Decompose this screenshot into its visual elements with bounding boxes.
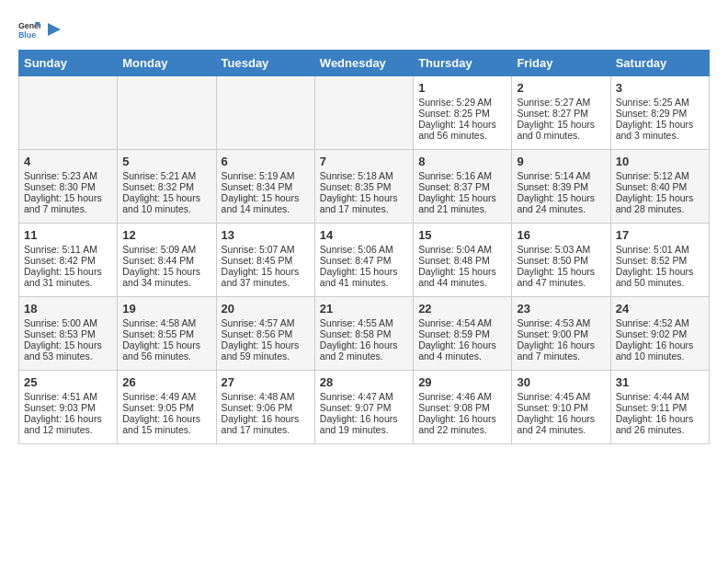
day-info: Daylight: 16 hours and 15 minutes.	[122, 413, 210, 435]
day-info: Sunset: 8:30 PM	[24, 181, 112, 192]
header-day-saturday: Saturday	[610, 51, 709, 76]
day-info: Sunrise: 5:29 AM	[418, 97, 506, 108]
day-number: 7	[320, 155, 408, 168]
day-number: 24	[616, 302, 704, 316]
day-number: 23	[517, 302, 605, 316]
day-number: 3	[616, 81, 704, 95]
svg-marker-3	[48, 23, 61, 36]
day-info: Sunset: 8:47 PM	[320, 255, 408, 266]
calendar-cell: 10Sunrise: 5:12 AMSunset: 8:40 PMDayligh…	[610, 150, 709, 224]
day-number: 11	[24, 228, 112, 242]
day-info: Daylight: 15 hours and 0 minutes.	[517, 119, 605, 141]
day-number: 8	[418, 155, 506, 168]
day-info: Daylight: 15 hours and 21 minutes.	[418, 192, 506, 214]
header-day-monday: Monday	[118, 51, 216, 76]
day-info: Sunrise: 5:16 AM	[418, 170, 506, 181]
day-info: Sunrise: 4:46 AM	[418, 391, 506, 402]
day-info: Daylight: 15 hours and 37 minutes.	[222, 266, 310, 288]
day-info: Sunset: 8:35 PM	[320, 181, 408, 192]
day-info: Daylight: 16 hours and 19 minutes.	[320, 413, 408, 435]
calendar-cell: 25Sunrise: 4:51 AMSunset: 9:03 PMDayligh…	[19, 371, 118, 444]
day-number: 4	[24, 155, 112, 168]
day-info: Sunrise: 4:44 AM	[616, 391, 704, 402]
day-number: 18	[24, 302, 112, 316]
day-number: 19	[122, 302, 210, 316]
day-info: Sunset: 8:29 PM	[616, 108, 704, 119]
day-info: Sunset: 8:27 PM	[517, 108, 605, 119]
day-info: Sunset: 8:40 PM	[616, 181, 704, 192]
day-info: Sunset: 9:11 PM	[616, 402, 704, 413]
calendar-cell: 24Sunrise: 4:52 AMSunset: 9:02 PMDayligh…	[610, 297, 709, 371]
header-day-thursday: Thursday	[414, 51, 512, 76]
day-info: Sunset: 8:45 PM	[222, 255, 310, 266]
day-number: 5	[122, 155, 210, 168]
day-info: Sunset: 8:53 PM	[24, 328, 112, 339]
day-info: Daylight: 16 hours and 17 minutes.	[222, 413, 310, 435]
day-info: Sunrise: 4:51 AM	[24, 391, 112, 402]
calendar-cell: 1Sunrise: 5:29 AMSunset: 8:25 PMDaylight…	[414, 76, 512, 150]
day-info: Daylight: 16 hours and 26 minutes.	[616, 413, 704, 435]
logo-triangle-icon	[44, 21, 61, 38]
day-info: Sunrise: 5:23 AM	[24, 170, 112, 181]
calendar-cell	[19, 76, 118, 150]
day-number: 2	[517, 81, 605, 95]
calendar-cell: 5Sunrise: 5:21 AMSunset: 8:32 PMDaylight…	[118, 150, 216, 224]
day-info: Sunset: 8:59 PM	[418, 328, 506, 339]
day-info: Daylight: 15 hours and 28 minutes.	[616, 192, 704, 214]
day-number: 13	[222, 228, 310, 242]
day-info: Sunrise: 5:27 AM	[517, 97, 605, 108]
calendar-cell: 17Sunrise: 5:01 AMSunset: 8:52 PMDayligh…	[610, 224, 709, 297]
calendar-cell: 6Sunrise: 5:19 AMSunset: 8:34 PMDaylight…	[216, 150, 314, 224]
day-number: 9	[517, 155, 605, 168]
logo: General Blue	[18, 18, 61, 40]
day-info: Sunrise: 4:48 AM	[222, 391, 310, 402]
day-number: 12	[122, 228, 210, 242]
day-number: 1	[418, 81, 506, 95]
day-number: 30	[517, 375, 605, 389]
day-info: Sunrise: 4:55 AM	[320, 317, 408, 328]
calendar-cell	[314, 76, 413, 150]
day-number: 22	[418, 302, 506, 316]
day-info: Sunset: 9:05 PM	[122, 402, 210, 413]
calendar-cell: 27Sunrise: 4:48 AMSunset: 9:06 PMDayligh…	[216, 371, 314, 444]
day-info: Daylight: 16 hours and 24 minutes.	[517, 413, 605, 435]
day-info: Sunrise: 4:47 AM	[320, 391, 408, 402]
day-info: Sunset: 8:25 PM	[418, 108, 506, 119]
day-info: Daylight: 15 hours and 24 minutes.	[517, 192, 605, 214]
day-info: Sunset: 9:02 PM	[616, 328, 704, 339]
day-info: Sunset: 9:06 PM	[222, 402, 310, 413]
day-info: Sunset: 8:37 PM	[418, 181, 506, 192]
header-day-friday: Friday	[512, 51, 610, 76]
calendar-cell: 9Sunrise: 5:14 AMSunset: 8:39 PMDaylight…	[512, 150, 610, 224]
day-info: Sunset: 8:50 PM	[517, 255, 605, 266]
day-info: Sunrise: 5:21 AM	[122, 170, 210, 181]
day-info: Daylight: 15 hours and 10 minutes.	[122, 192, 210, 214]
week-row-4: 18Sunrise: 5:00 AMSunset: 8:53 PMDayligh…	[19, 297, 710, 371]
header-day-sunday: Sunday	[19, 51, 118, 76]
calendar-cell: 2Sunrise: 5:27 AMSunset: 8:27 PMDaylight…	[512, 76, 610, 150]
day-info: Sunset: 9:10 PM	[517, 402, 605, 413]
day-info: Sunset: 8:42 PM	[24, 255, 112, 266]
calendar-header-row: SundayMondayTuesdayWednesdayThursdayFrid…	[19, 51, 710, 76]
calendar-cell: 21Sunrise: 4:55 AMSunset: 8:58 PMDayligh…	[314, 297, 413, 371]
day-info: Sunrise: 4:54 AM	[418, 317, 506, 328]
week-row-1: 1Sunrise: 5:29 AMSunset: 8:25 PMDaylight…	[19, 76, 710, 150]
day-info: Daylight: 15 hours and 41 minutes.	[320, 266, 408, 288]
calendar-table: SundayMondayTuesdayWednesdayThursdayFrid…	[18, 50, 710, 444]
day-number: 17	[616, 228, 704, 242]
calendar-cell	[118, 76, 216, 150]
day-info: Sunset: 8:32 PM	[122, 181, 210, 192]
week-row-2: 4Sunrise: 5:23 AMSunset: 8:30 PMDaylight…	[19, 150, 710, 224]
day-info: Daylight: 15 hours and 44 minutes.	[418, 266, 506, 288]
day-info: Sunrise: 5:01 AM	[616, 244, 704, 255]
day-number: 29	[418, 375, 506, 389]
week-row-5: 25Sunrise: 4:51 AMSunset: 9:03 PMDayligh…	[19, 371, 710, 444]
calendar-cell: 23Sunrise: 4:53 AMSunset: 9:00 PMDayligh…	[512, 297, 610, 371]
day-number: 16	[517, 228, 605, 242]
day-info: Daylight: 15 hours and 34 minutes.	[122, 266, 210, 288]
day-info: Sunset: 8:58 PM	[320, 328, 408, 339]
day-info: Daylight: 15 hours and 3 minutes.	[616, 119, 704, 141]
day-info: Sunset: 8:52 PM	[616, 255, 704, 266]
day-number: 27	[222, 375, 310, 389]
day-info: Daylight: 15 hours and 59 minutes.	[222, 339, 310, 362]
